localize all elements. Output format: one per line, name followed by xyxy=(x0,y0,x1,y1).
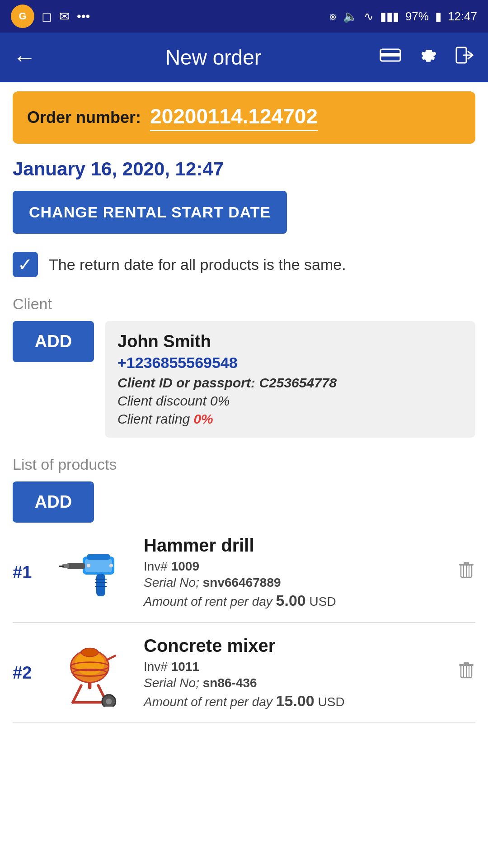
product-inv-2: Inv# 1011 xyxy=(144,660,448,674)
products-section-header: List of products xyxy=(13,456,475,473)
product-number-2: #2 xyxy=(13,663,44,683)
product-serial-1: Serial No; snv66467889 xyxy=(144,576,448,590)
client-section: Client ADD John Smith +1236855569548 Cli… xyxy=(13,295,475,438)
add-product-button[interactable]: ADD xyxy=(13,481,94,523)
product-details-2: Concrete mixer Inv# 1011 Serial No; sn86… xyxy=(144,636,448,710)
app-bar: ← New order xyxy=(0,33,488,82)
battery-percent: 97% xyxy=(405,9,429,24)
settings-icon[interactable] xyxy=(418,45,438,70)
svg-rect-1 xyxy=(380,53,400,57)
svg-rect-6 xyxy=(67,563,85,569)
product-name-2: Concrete mixer xyxy=(144,636,448,656)
svg-rect-8 xyxy=(59,566,64,567)
logout-icon[interactable] xyxy=(455,45,475,70)
bluetooth-icon: ⎈ xyxy=(329,9,337,24)
return-date-checkbox[interactable]: ✓ xyxy=(13,252,38,277)
client-discount: Client discount 0% xyxy=(117,393,463,409)
signal-icon: ▮▮▮ xyxy=(380,9,399,24)
client-row: ADD John Smith +1236855569548 Client ID … xyxy=(13,321,475,438)
client-section-header: Client xyxy=(13,295,475,313)
mail-icon: ✉ xyxy=(59,9,70,24)
page-title: New order xyxy=(47,45,380,70)
return-date-label: The return date for all products is the … xyxy=(49,256,346,274)
svg-point-26 xyxy=(106,698,112,704)
svg-line-22 xyxy=(73,685,81,703)
product-name-1: Hammer drill xyxy=(144,535,448,556)
more-icon: ••• xyxy=(77,9,90,24)
battery-icon: ▮ xyxy=(435,9,441,24)
sim-icon: ◻ xyxy=(42,9,52,24)
change-rental-date-button[interactable]: CHANGE RENTAL START DATE xyxy=(13,191,287,234)
product-number-1: #1 xyxy=(13,563,44,582)
order-number: 20200114.124702 xyxy=(150,104,318,131)
checkbox-check-icon: ✓ xyxy=(18,254,33,275)
svg-rect-9 xyxy=(96,574,105,596)
order-banner: Order number: 20200114.124702 xyxy=(13,91,475,144)
back-button[interactable]: ← xyxy=(13,44,36,71)
mute-icon: 🔈 xyxy=(343,9,357,24)
card-icon[interactable] xyxy=(380,47,401,68)
svg-rect-21 xyxy=(464,562,469,564)
client-id-row: Client ID or passport: C253654778 xyxy=(117,375,463,391)
product-serial-2: Serial No; sn86-436 xyxy=(144,676,448,690)
wifi-icon: ∿ xyxy=(364,9,374,24)
app-icon: G xyxy=(11,5,34,28)
svg-point-15 xyxy=(109,564,113,567)
products-section: List of products ADD #1 xyxy=(13,456,475,723)
client-name: John Smith xyxy=(117,332,463,351)
product-rent-1: Amount of rent per day 5.00 USD xyxy=(144,592,448,609)
add-client-button[interactable]: ADD xyxy=(13,321,94,362)
product-image-1 xyxy=(53,536,135,609)
product-image-2 xyxy=(53,637,135,709)
client-phone[interactable]: +1236855569548 xyxy=(117,354,463,372)
order-label: Order number: xyxy=(27,108,141,127)
delete-product-1-button[interactable] xyxy=(457,560,475,585)
status-bar-left: G ◻ ✉ ••• xyxy=(11,5,90,28)
app-bar-actions xyxy=(380,45,475,70)
client-id-value: C253654778 xyxy=(259,375,337,390)
delete-product-2-button[interactable] xyxy=(457,660,475,685)
svg-rect-39 xyxy=(464,662,469,665)
rental-date: January 16, 2020, 12:47 xyxy=(13,158,475,180)
main-content: Order number: 20200114.124702 January 16… xyxy=(0,82,488,741)
client-rating-value: 0% xyxy=(193,411,213,426)
svg-point-14 xyxy=(87,564,90,567)
status-bar-right: ⎈ 🔈 ∿ ▮▮▮ 97% ▮ 12:47 xyxy=(329,9,477,24)
product-item-2: #2 xyxy=(13,623,475,723)
product-inv-1: Inv# 1009 xyxy=(144,559,448,574)
status-bar: G ◻ ✉ ••• ⎈ 🔈 ∿ ▮▮▮ 97% ▮ 12:47 xyxy=(0,0,488,33)
product-item-1: #1 xyxy=(13,523,475,623)
return-date-same-row: ✓ The return date for all products is th… xyxy=(13,252,475,277)
svg-line-33 xyxy=(107,656,115,660)
product-rent-2: Amount of rent per day 15.00 USD xyxy=(144,692,448,710)
svg-point-30 xyxy=(81,648,99,657)
client-rating-row: Client rating 0% xyxy=(117,411,463,427)
client-card: John Smith +1236855569548 Client ID or p… xyxy=(105,321,475,438)
product-details-1: Hammer drill Inv# 1009 Serial No; snv664… xyxy=(144,535,448,609)
svg-rect-13 xyxy=(87,554,110,560)
clock: 12:47 xyxy=(448,9,477,24)
